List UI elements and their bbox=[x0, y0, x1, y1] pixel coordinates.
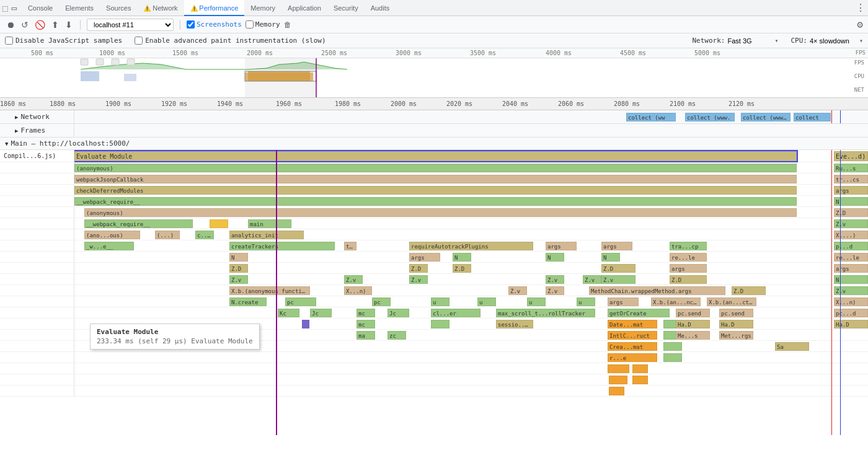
rele-bar[interactable]: re...le bbox=[670, 253, 707, 262]
right-bar-9[interactable]: re...le bbox=[834, 253, 868, 262]
overview-content[interactable]: FPS CPU NET bbox=[0, 58, 868, 97]
zd-right[interactable]: Z.D bbox=[670, 275, 707, 284]
row1-content[interactable]: (anonymous) Ru...s bbox=[74, 162, 868, 174]
t-bar[interactable]: t... bbox=[344, 242, 356, 250]
ct-bar[interactable]: c...t bbox=[195, 231, 214, 239]
row14-content[interactable]: Kc Jc mc Jc cl...er max_scroll_t...rollT… bbox=[74, 307, 868, 319]
row15-content[interactable]: mc sessio...ession Date...mat Ha.D Ha.D … bbox=[74, 319, 868, 330]
zv-bar3[interactable]: Z.v bbox=[409, 275, 428, 284]
kc-bar[interactable]: Kc bbox=[278, 309, 299, 317]
right-bar-12[interactable]: Z.v bbox=[834, 286, 868, 295]
main-chevron[interactable]: ▼ bbox=[5, 141, 8, 147]
row0-content[interactable]: Evaluate Module Eve...d) bbox=[74, 150, 868, 162]
row8-content[interactable]: _w...e__ createTrackers t... requireAuto… bbox=[74, 240, 868, 252]
reload-profile-button[interactable]: ↺ bbox=[20, 19, 30, 31]
zd-bar3[interactable]: Z.D bbox=[453, 264, 471, 273]
sm-green4[interactable] bbox=[663, 353, 682, 362]
cl-sm-bar[interactable] bbox=[431, 320, 450, 328]
u-bar4[interactable]: u bbox=[577, 297, 595, 306]
zv-bar4[interactable]: Z.v bbox=[546, 275, 564, 284]
had-bar2[interactable]: Ha.D bbox=[719, 320, 753, 328]
anon2-bar[interactable]: (anonymous) bbox=[84, 208, 797, 217]
profile-select[interactable]: localhost #11 bbox=[87, 19, 174, 31]
had-bar1[interactable]: Ha.D bbox=[676, 320, 710, 328]
right-bar-2[interactable]: tr...cs bbox=[834, 175, 868, 183]
webpack-require-bar[interactable]: __webpack_require__ bbox=[74, 197, 797, 206]
clear-button[interactable]: 🚫 bbox=[33, 19, 46, 31]
right-bar-8[interactable]: p...d bbox=[834, 242, 868, 250]
row9-content[interactable]: N args N N N re...le re...le bbox=[74, 252, 868, 263]
network-chevron[interactable]: ▶ bbox=[15, 114, 18, 120]
network-bar-collect2[interactable]: collect (www. bbox=[685, 113, 735, 121]
or1[interactable] bbox=[608, 364, 629, 373]
right-bar-0[interactable]: Eve...d) bbox=[834, 151, 868, 161]
check-deferred-bar[interactable]: checkDeferredModules bbox=[74, 186, 797, 195]
xn-bar[interactable]: X...n) bbox=[344, 286, 372, 295]
args-bar2[interactable]: args bbox=[601, 242, 632, 250]
pc-send2[interactable]: pc.send bbox=[719, 309, 753, 317]
ano-bar[interactable]: (ano...ous) bbox=[84, 231, 140, 239]
import-button[interactable]: ⬆ bbox=[50, 19, 60, 31]
disable-js-checkbox[interactable] bbox=[5, 37, 13, 45]
row2-content[interactable]: webpackJsonpCallback tr...cs bbox=[74, 174, 868, 185]
zd-bar1[interactable]: Z.D bbox=[229, 264, 248, 273]
right-bar-10[interactable]: args bbox=[834, 264, 868, 273]
re-bar[interactable]: r...e bbox=[608, 353, 657, 362]
ma-bar[interactable]: ma bbox=[356, 331, 375, 340]
small-bar-1[interactable] bbox=[210, 219, 228, 228]
right-bar-5[interactable]: Z.D bbox=[834, 208, 868, 217]
ncreate-bar[interactable]: N.create bbox=[229, 297, 267, 306]
metrgs-bar[interactable]: Met...rgs bbox=[719, 331, 753, 340]
nte-bar[interactable]: pc bbox=[285, 297, 316, 306]
tab-console[interactable]: Console bbox=[22, 0, 59, 16]
or3[interactable] bbox=[609, 376, 627, 384]
args-row10[interactable]: args bbox=[670, 264, 707, 273]
inspect-icon[interactable]: ⬚ bbox=[2, 3, 7, 13]
tab-performance[interactable]: Performance bbox=[184, 0, 245, 16]
require-autotrack-bar[interactable]: requireAutotrackPlugins bbox=[409, 242, 533, 250]
row7-content[interactable]: (ano...ous) (...) c...t analytics_init X… bbox=[74, 229, 868, 240]
right-bar-3[interactable]: args bbox=[834, 186, 868, 195]
delete-recording-button[interactable]: 🗑 bbox=[284, 20, 291, 29]
row20-content[interactable] bbox=[74, 374, 868, 385]
sa-bar[interactable]: Sa bbox=[775, 342, 809, 351]
or5[interactable] bbox=[609, 387, 624, 395]
date-mat-bar[interactable]: Date...mat bbox=[608, 320, 657, 328]
u-bar1[interactable]: u bbox=[431, 297, 450, 306]
tab-security[interactable]: Security bbox=[327, 0, 365, 16]
pc2-bar[interactable]: pc bbox=[372, 297, 391, 306]
tab-application[interactable]: Application bbox=[281, 0, 327, 16]
row13-content[interactable]: N.create pc pc u u u u args X.b.(an...nc… bbox=[74, 296, 868, 307]
mes-bar[interactable]: Me...s bbox=[676, 331, 710, 340]
right-bar-15[interactable]: Ha.D bbox=[834, 320, 868, 328]
mc-bar1[interactable]: mc bbox=[356, 309, 375, 317]
network-bar-collect1[interactable]: collect (ww bbox=[626, 113, 676, 121]
right-bar-14[interactable]: pc...d bbox=[834, 309, 868, 317]
zv-bar6[interactable]: Z.v bbox=[601, 275, 636, 284]
network-track-content[interactable]: collect (ww collect (www. collect (www.g… bbox=[74, 110, 868, 123]
or2[interactable] bbox=[632, 364, 648, 373]
overview-area[interactable]: 500 ms 1000 ms 1500 ms 2000 ms 2500 ms 3… bbox=[0, 48, 868, 98]
create-trackers-bar[interactable]: createTrackers bbox=[229, 242, 335, 250]
frames-chevron[interactable]: ▶ bbox=[15, 128, 18, 134]
memory-checkbox[interactable] bbox=[246, 20, 254, 29]
network-track-label[interactable]: ▶ Network bbox=[0, 110, 74, 123]
pc-send1[interactable]: pc.send bbox=[676, 309, 710, 317]
xb-anon-bar[interactable]: X.b.(anonymous function) bbox=[229, 286, 310, 295]
row3-content[interactable]: checkDeferredModules args bbox=[74, 185, 868, 196]
or4[interactable] bbox=[632, 376, 648, 384]
row12-content[interactable]: X.b.(anonymous function) X...n) Z.v Z.v … bbox=[74, 285, 868, 296]
zd-bar2[interactable]: Z.D bbox=[409, 264, 428, 273]
max-scroll-bar[interactable]: max_scroll_t...rollTracker bbox=[496, 309, 595, 317]
network-bar-collect4[interactable]: collect bbox=[794, 113, 831, 121]
export-button[interactable]: ⬇ bbox=[64, 19, 74, 31]
screenshots-checkbox-label[interactable]: Screenshots bbox=[187, 20, 242, 29]
row5-content[interactable]: (anonymous) Z.D bbox=[74, 207, 868, 218]
we-bar[interactable]: _w...e__ bbox=[84, 242, 134, 250]
jc-bar2[interactable]: Jc bbox=[388, 309, 409, 317]
n-bar2[interactable]: N bbox=[453, 253, 471, 262]
main-bar[interactable]: main bbox=[248, 219, 291, 228]
jc-bar1[interactable]: Jc bbox=[310, 309, 332, 317]
args-row13[interactable]: args bbox=[608, 297, 639, 306]
zv-bar5[interactable]: Z.v bbox=[583, 275, 601, 284]
